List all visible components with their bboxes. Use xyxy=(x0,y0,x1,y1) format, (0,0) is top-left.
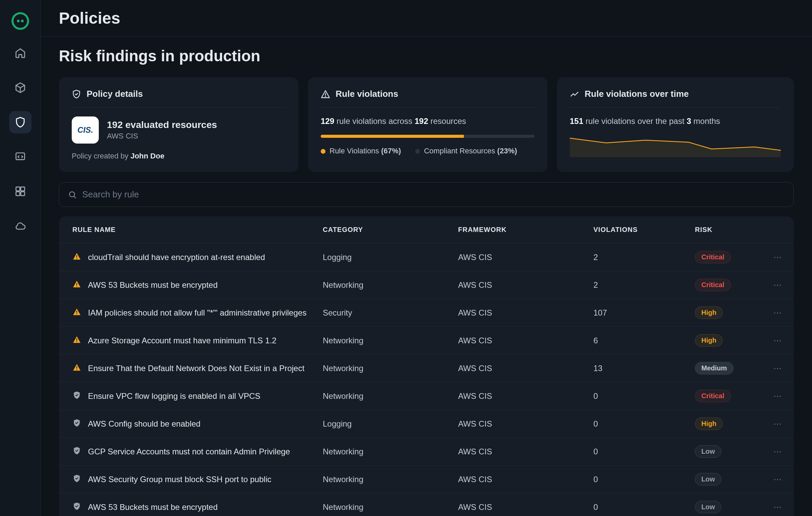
risk-badge: Critical xyxy=(695,390,731,402)
risk-badge: Critical xyxy=(695,251,731,263)
col-header-framework[interactable]: FRAMEWORK xyxy=(451,216,587,243)
table-row[interactable]: AWS Security Group must block SSH port t… xyxy=(59,466,794,493)
table-row[interactable]: Ensure That the Default Network Does Not… xyxy=(59,354,794,382)
row-menu-button[interactable]: ⋯ xyxy=(758,354,794,382)
grid-icon xyxy=(15,186,26,197)
home-icon xyxy=(15,47,26,59)
svg-rect-1 xyxy=(16,187,20,191)
rule-category: Networking xyxy=(316,271,451,299)
table-row[interactable]: IAM policies should not allow full "*"' … xyxy=(59,299,794,327)
violations-summary: 129 rule violations across 192 resources xyxy=(321,116,535,126)
search-icon xyxy=(68,190,77,199)
rule-name: Azure Storage Account must have minimum … xyxy=(88,336,276,345)
table-row[interactable]: AWS 53 Buckets must be encryptedNetworki… xyxy=(59,493,794,516)
row-menu-button[interactable]: ⋯ xyxy=(758,327,794,354)
row-menu-button[interactable]: ⋯ xyxy=(758,271,794,299)
rule-name: cloudTrail should have encryption at-res… xyxy=(88,253,265,262)
row-menu-button[interactable]: ⋯ xyxy=(758,493,794,516)
policy-logo: CIS. xyxy=(72,116,99,144)
sidebar xyxy=(0,0,41,516)
col-header-risk[interactable]: RISK xyxy=(688,216,758,243)
warning-icon xyxy=(72,335,81,346)
rule-name: IAM policies should not allow full "*"' … xyxy=(88,308,307,318)
tile-title: Rule violations xyxy=(336,89,398,99)
svg-point-8 xyxy=(76,258,77,259)
row-menu-button[interactable]: ⋯ xyxy=(758,243,794,271)
table-row[interactable]: AWS 53 Buckets must be encryptedNetworki… xyxy=(59,271,794,299)
row-menu-button[interactable]: ⋯ xyxy=(758,438,794,466)
tile-title: Rule violations over time xyxy=(585,89,689,99)
violations-progress-fill xyxy=(321,135,464,138)
tile-violations-over-time: Rule violations over time 151 rule viola… xyxy=(557,77,794,172)
risk-badge: High xyxy=(695,417,723,430)
col-header-violations[interactable]: VIOLATIONS xyxy=(587,216,688,243)
rule-name: Ensure VPC flow logging is enabled in al… xyxy=(88,391,261,401)
rule-framework: AWS CIS xyxy=(451,382,587,410)
warning-icon xyxy=(72,363,81,374)
rule-violations: 0 xyxy=(587,382,688,410)
svg-point-14 xyxy=(76,341,77,342)
sidebar-item-dashboard[interactable] xyxy=(9,180,31,202)
svg-rect-2 xyxy=(21,187,24,191)
warning-icon xyxy=(72,252,81,263)
sidebar-item-code[interactable] xyxy=(9,146,31,168)
warning-icon xyxy=(72,280,81,291)
table-row[interactable]: Ensure VPC flow logging is enabled in al… xyxy=(59,382,794,410)
table-row[interactable]: cloudTrail should have encryption at-res… xyxy=(59,243,794,271)
rule-framework: AWS CIS xyxy=(451,327,587,354)
rule-framework: AWS CIS xyxy=(451,271,587,299)
rule-category: Networking xyxy=(316,327,451,354)
warning-icon xyxy=(321,89,330,99)
sidebar-item-cloud[interactable] xyxy=(9,215,31,237)
rule-category: Networking xyxy=(316,354,451,382)
row-menu-button[interactable]: ⋯ xyxy=(758,466,794,493)
sidebar-item-home[interactable] xyxy=(9,42,31,64)
rule-violations: 2 xyxy=(587,271,688,299)
rule-category: Security xyxy=(316,299,451,327)
row-menu-button[interactable]: ⋯ xyxy=(758,299,794,327)
sidebar-item-security[interactable] xyxy=(9,111,31,133)
trend-icon xyxy=(570,89,579,99)
rule-violations: 0 xyxy=(587,493,688,516)
shield-icon xyxy=(15,116,26,128)
rule-name: AWS Security Group must block SSH port t… xyxy=(88,475,271,484)
risk-badge: Critical xyxy=(695,279,731,291)
rule-framework: AWS CIS xyxy=(451,354,587,382)
rule-category: Networking xyxy=(316,438,451,466)
col-header-name[interactable]: RULE NAME xyxy=(59,216,316,243)
policy-created-by: Policy created by John Doe xyxy=(72,152,286,160)
header-title: Policies xyxy=(59,9,794,27)
svg-point-16 xyxy=(76,369,77,370)
row-menu-button[interactable]: ⋯ xyxy=(758,410,794,438)
col-header-category[interactable]: CATEGORY xyxy=(316,216,451,243)
page-title: Risk findings in production xyxy=(59,47,794,65)
search-bar[interactable] xyxy=(59,182,794,207)
svg-rect-3 xyxy=(16,192,20,195)
table-row[interactable]: Azure Storage Account must have minimum … xyxy=(59,327,794,354)
table-row[interactable]: GCP Service Accounts must not contain Ad… xyxy=(59,438,794,466)
rule-framework: AWS CIS xyxy=(451,410,587,438)
sidebar-item-resources[interactable] xyxy=(9,77,31,99)
violations-progress-bar xyxy=(321,135,535,138)
page-header: Policies xyxy=(41,0,812,37)
search-input[interactable] xyxy=(82,189,785,200)
risk-badge: Low xyxy=(695,501,721,513)
shield-ok-icon xyxy=(72,418,81,429)
rules-table: RULE NAME CATEGORY FRAMEWORK VIOLATIONS … xyxy=(59,216,794,516)
svg-rect-11 xyxy=(76,310,77,313)
rule-violations: 0 xyxy=(587,438,688,466)
rule-violations: 0 xyxy=(587,466,688,493)
rule-framework: AWS CIS xyxy=(451,243,587,271)
policy-name: AWS CIS xyxy=(107,132,217,141)
overtime-summary: 151 rule violations over the past 3 mont… xyxy=(570,116,781,126)
rule-framework: AWS CIS xyxy=(451,299,587,327)
risk-badge: Low xyxy=(695,473,721,486)
dot-gray-icon xyxy=(415,149,420,154)
risk-badge: Low xyxy=(695,445,721,458)
row-menu-button[interactable]: ⋯ xyxy=(758,382,794,410)
svg-point-6 xyxy=(69,192,74,197)
risk-badge: Medium xyxy=(695,362,734,374)
table-row[interactable]: AWS Config should be enabledLoggingAWS C… xyxy=(59,410,794,438)
evaluated-label: evaluated resources xyxy=(126,120,217,130)
rule-category: Logging xyxy=(316,410,451,438)
